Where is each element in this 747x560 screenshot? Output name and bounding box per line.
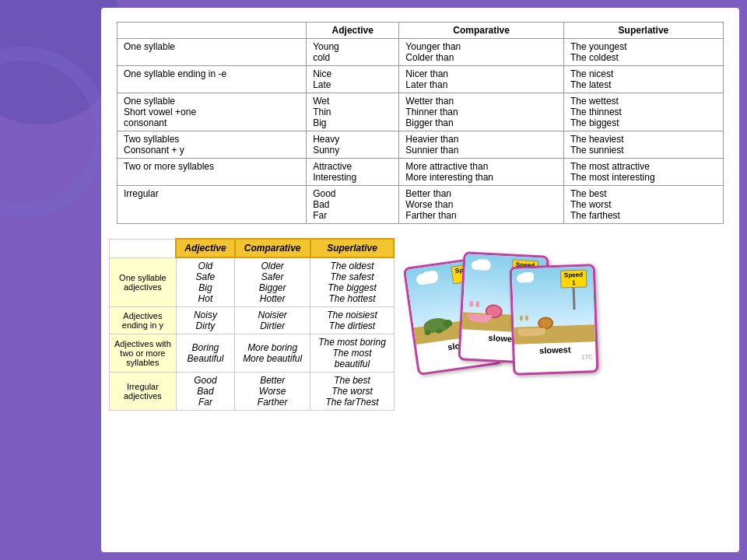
top-header-adjective: Adjective	[307, 23, 399, 39]
category-cell: Adjectives withtwo or moresyllables	[110, 334, 177, 373]
superlative-cell: The oldestThe safestThe biggestThe hotte…	[310, 257, 395, 307]
adjective-cell: BoringBeautiful	[176, 334, 234, 373]
bottom-header-adjective: Adjective	[176, 239, 234, 257]
top-header-comparative: Comparative	[399, 23, 564, 39]
comparative-cell: Nicer thanLater than	[399, 66, 564, 93]
comparative-cell: Wetter thanThinner thanBigger than	[399, 93, 564, 131]
speed-cards-area: Speed3 slow 17A	[402, 246, 731, 464]
top-table-container: Adjective Comparative Superlative One sy…	[101, 8, 739, 232]
table-row: Irregularadjectives GoodBadFar BetterWor…	[110, 373, 395, 411]
category-cell: One syllableadjectives	[110, 257, 177, 307]
table-row: Adjectives withtwo or moresyllables Bori…	[110, 334, 395, 373]
speed-card-slowest: Speed1 slowest 17C	[510, 264, 599, 376]
table-row: Irregular GoodBadFar Better thanWorse th…	[117, 186, 724, 224]
adjective-cell: GoodBadFar	[307, 186, 399, 224]
adjective-cell: NoisyDirty	[176, 307, 234, 334]
superlative-cell: The most boringThe mostbeautiful	[310, 334, 395, 373]
table-row: Two or more syllables AttractiveInterest…	[117, 159, 724, 186]
comparative-cell: OlderSaferBiggerHotter	[235, 257, 310, 307]
table-row: One syllableadjectives OldSafeBigHot Old…	[110, 257, 395, 307]
superlative-cell: The youngestThe coldest	[563, 39, 723, 66]
superlative-cell: The wettestThe thinnestThe biggest	[563, 93, 723, 131]
adjective-cell: WetThinBig	[307, 93, 399, 131]
comparative-cell: NoisierDirtier	[235, 307, 310, 334]
top-header-superlative: Superlative	[563, 23, 723, 39]
comparative-cell: More attractive thanMore interesting tha…	[399, 159, 564, 186]
adjective-cell: OldSafeBigHot	[176, 257, 234, 307]
adjective-cell: HeavySunny	[307, 131, 399, 159]
superlative-cell: The nicestThe latest	[563, 66, 723, 93]
table-row: One syllable Youngcold Younger thanColde…	[117, 39, 724, 66]
bottom-section: Adjective Comparative Superlative One sy…	[101, 232, 739, 471]
category-cell: Adjectivesending in y	[110, 307, 177, 334]
bottom-table-wrapper: Adjective Comparative Superlative One sy…	[109, 238, 395, 411]
top-header-category	[117, 23, 307, 39]
category-cell: Two syllablesConsonant + y	[117, 131, 307, 159]
adjective-cell: NiceLate	[307, 66, 399, 93]
superlative-cell: The most attractiveThe most interesting	[563, 159, 723, 186]
content-area: Adjective Comparative Superlative One sy…	[101, 8, 739, 552]
comparative-cell: BetterWorseFarther	[235, 373, 310, 411]
table-row: One syllableShort vowel +oneconsonant We…	[117, 93, 724, 131]
superlative-cell: The bestThe worstThe farThest	[310, 373, 395, 411]
category-cell: Two or more syllables	[117, 159, 307, 186]
adjective-cell: AttractiveInteresting	[307, 159, 399, 186]
superlative-cell: The bestThe worstThe farthest	[563, 186, 723, 224]
comparative-cell: Better thanWorse thanFarther than	[399, 186, 564, 224]
bottom-header-comparative: Comparative	[235, 239, 310, 257]
category-cell: One syllable ending in -e	[117, 66, 307, 93]
top-grammar-table: Adjective Comparative Superlative One sy…	[117, 22, 724, 224]
table-row: One syllable ending in -e NiceLate Nicer…	[117, 66, 724, 93]
category-cell: Irregular	[117, 186, 307, 224]
comparative-cell: More boringMore beautiful	[235, 334, 310, 373]
superlative-cell: The noisiestThe dirtiest	[310, 307, 395, 334]
category-cell: One syllableShort vowel +oneconsonant	[117, 93, 307, 131]
adjective-cell: Youngcold	[307, 39, 399, 66]
bottom-grammar-table: Adjective Comparative Superlative One sy…	[109, 238, 395, 411]
category-cell: One syllable	[117, 39, 307, 66]
bottom-header-superlative: Superlative	[310, 239, 395, 257]
category-cell: Irregularadjectives	[110, 373, 177, 411]
table-row: Two syllablesConsonant + y HeavySunny He…	[117, 131, 724, 159]
adjective-cell: GoodBadFar	[176, 373, 234, 411]
comparative-cell: Heavier thanSunnier than	[399, 131, 564, 159]
comparative-cell: Younger thanColder than	[399, 39, 564, 66]
superlative-cell: The heaviestThe sunniest	[563, 131, 723, 159]
table-row: Adjectivesending in y NoisyDirty Noisier…	[110, 307, 395, 334]
